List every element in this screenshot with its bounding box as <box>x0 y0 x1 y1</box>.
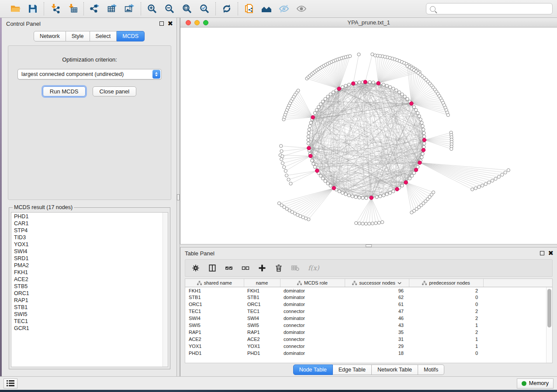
cell-shared-name[interactable]: RAP1 <box>185 329 244 336</box>
criterion-dropdown[interactable]: largest connected component (undirected) <box>17 69 162 79</box>
cell-MCDS-role[interactable]: dominator <box>280 294 345 301</box>
table-row[interactable]: YOX1YOX1connector291 <box>185 343 552 350</box>
cell-predecessor-nodes[interactable]: 0 <box>409 294 483 301</box>
cell-shared-name[interactable]: PHD1 <box>185 350 244 357</box>
mcds-result-item[interactable]: SWI5 <box>14 311 165 318</box>
task-history-button[interactable] <box>3 378 17 389</box>
import-table-button[interactable] <box>66 2 79 15</box>
cell-successor-nodes[interactable]: 18 <box>345 350 409 357</box>
mcds-result-item[interactable]: STB5 <box>14 283 165 290</box>
network-canvas[interactable] <box>180 28 557 244</box>
import-network-button[interactable] <box>48 2 62 15</box>
table-tab-node-table[interactable]: Node Table <box>293 364 333 375</box>
network-graph[interactable] <box>180 28 557 244</box>
cell-predecessor-nodes[interactable]: 2 <box>409 308 483 315</box>
tab-network[interactable]: Network <box>34 31 66 41</box>
cell-name[interactable]: PHD1 <box>244 350 280 357</box>
vertical-splitter[interactable] <box>176 18 180 376</box>
cell-MCDS-role[interactable]: dominator <box>280 315 345 322</box>
mcds-result-item[interactable]: PHD1 <box>14 213 165 220</box>
cell-predecessor-nodes[interactable]: 1 <box>409 336 483 343</box>
mcds-result-item[interactable]: STB1 <box>14 304 165 311</box>
zoom-fit-button[interactable] <box>180 2 194 15</box>
cell-successor-nodes[interactable]: 46 <box>345 315 409 322</box>
cell-MCDS-role[interactable]: connector <box>280 308 345 315</box>
search-box[interactable] <box>426 3 553 14</box>
cell-MCDS-role[interactable]: connector <box>280 343 345 350</box>
cell-name[interactable]: RAP1 <box>244 329 280 336</box>
cell-successor-nodes[interactable]: 62 <box>345 294 409 301</box>
table-row[interactable]: SWI5SWI5connector431 <box>185 322 552 329</box>
cell-shared-name[interactable]: YOX1 <box>185 343 244 350</box>
cell-MCDS-role[interactable]: dominator <box>280 301 345 308</box>
cell-predecessor-nodes[interactable]: 1 <box>409 343 483 350</box>
cell-shared-name[interactable]: STB1 <box>185 294 244 301</box>
cell-shared-name[interactable]: ACE2 <box>185 336 244 343</box>
first-neighbors-button[interactable] <box>260 2 273 15</box>
save-session-button[interactable] <box>26 2 39 15</box>
tab-mcds[interactable]: MCDS <box>117 31 145 41</box>
close-panel-icon[interactable]: ✖ <box>167 21 173 26</box>
mcds-result-item[interactable]: PMA2 <box>14 262 165 269</box>
cell-name[interactable]: ORC1 <box>244 301 280 308</box>
cell-shared-name[interactable]: SWI4 <box>185 315 244 322</box>
tab-select[interactable]: Select <box>90 31 117 41</box>
cell-name[interactable]: FKH1 <box>244 287 280 294</box>
apply-layout-button[interactable] <box>220 2 233 15</box>
mcds-result-item[interactable]: FKH1 <box>14 269 165 276</box>
close-table-panel-icon[interactable]: ✖ <box>548 251 554 255</box>
table-row[interactable]: PHD1PHD1dominator180 <box>185 350 552 357</box>
tab-style[interactable]: Style <box>66 31 90 41</box>
column-header-shared-name[interactable]: shared name <box>185 279 244 287</box>
close-panel-button[interactable]: Close panel <box>93 86 137 96</box>
zoom-selected-button[interactable] <box>198 2 211 15</box>
cell-predecessor-nodes[interactable]: 2 <box>409 315 483 322</box>
column-header-predecessor-nodes[interactable]: predecessor nodes <box>409 279 483 287</box>
column-header-name[interactable]: name <box>244 279 280 287</box>
new-network-from-selection-button[interactable] <box>242 2 256 15</box>
cell-shared-name[interactable]: TEC1 <box>185 308 244 315</box>
show-columns-button[interactable] <box>208 264 217 272</box>
zoom-in-button[interactable] <box>145 2 159 15</box>
cell-name[interactable]: STB1 <box>244 294 280 301</box>
zoom-out-button[interactable] <box>163 2 176 15</box>
add-column-button[interactable] <box>258 264 266 272</box>
mcds-result-item[interactable]: ACE2 <box>14 276 165 283</box>
export-image-button[interactable] <box>123 2 136 15</box>
cell-predecessor-nodes[interactable]: 2 <box>409 329 483 336</box>
table-row[interactable]: STB1STB1dominator620 <box>185 294 552 301</box>
mcds-result-item[interactable]: GCR1 <box>14 325 165 332</box>
mcds-result-item[interactable]: CAR1 <box>14 220 165 227</box>
mcds-result-item[interactable]: ORC1 <box>14 290 165 297</box>
table-row[interactable]: ORC1ORC1dominator610 <box>185 301 552 308</box>
table-tab-motifs[interactable]: Motifs <box>418 364 444 375</box>
cell-successor-nodes[interactable]: 31 <box>345 336 409 343</box>
cell-predecessor-nodes[interactable]: 0 <box>409 301 483 308</box>
table-row[interactable]: SWI4SWI4dominator462 <box>185 315 552 322</box>
memory-button[interactable]: Memory <box>517 378 554 389</box>
mcds-result-item[interactable]: TID3 <box>14 234 165 241</box>
table-row[interactable]: ACE2ACE2connector311 <box>185 336 552 343</box>
cell-MCDS-role[interactable]: dominator <box>280 350 345 357</box>
cell-name[interactable]: TEC1 <box>244 308 280 315</box>
table-row[interactable]: RAP1RAP1dominator352 <box>185 329 552 336</box>
deselect-all-button[interactable] <box>241 264 250 272</box>
mcds-result-item[interactable]: SRD1 <box>14 255 165 262</box>
cell-successor-nodes[interactable]: 96 <box>345 287 409 294</box>
open-file-button[interactable] <box>9 2 22 15</box>
table-row[interactable]: FKH1FKH1dominator962 <box>185 287 552 294</box>
export-table-button[interactable] <box>106 2 119 15</box>
cell-successor-nodes[interactable]: 35 <box>345 329 409 336</box>
table-row[interactable]: TEC1TEC1connector472 <box>185 308 552 315</box>
mcds-result-item[interactable]: STP4 <box>14 227 165 234</box>
horizontal-splitter[interactable] <box>180 244 557 248</box>
cell-MCDS-role[interactable]: dominator <box>280 287 345 294</box>
cell-predecessor-nodes[interactable]: 2 <box>409 287 483 294</box>
mcds-result-item[interactable]: SWI4 <box>14 248 165 255</box>
column-header-successor-nodes[interactable]: successor nodes <box>345 279 409 287</box>
float-table-panel-icon[interactable] <box>540 251 544 255</box>
show-all-button[interactable] <box>295 2 308 15</box>
float-panel-icon[interactable] <box>159 21 164 26</box>
search-input[interactable] <box>438 6 549 12</box>
hide-selected-button[interactable] <box>277 2 291 15</box>
